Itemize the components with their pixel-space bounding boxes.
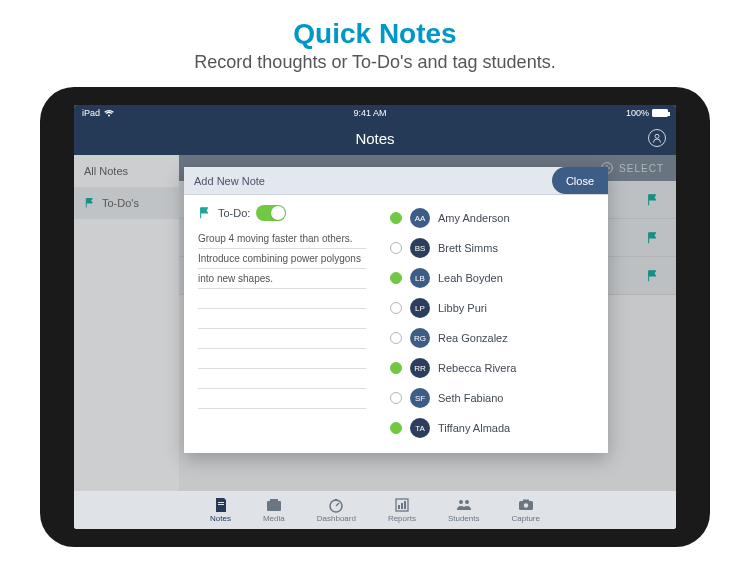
todo-toggle[interactable] (256, 205, 286, 221)
student-row[interactable]: LPLibby Puri (390, 293, 598, 323)
svg-rect-5 (270, 499, 278, 502)
avatar: AA (410, 208, 430, 228)
avatar: LB (410, 268, 430, 288)
selection-indicator[interactable] (390, 302, 402, 314)
close-button[interactable]: Close (552, 167, 608, 194)
status-bar: iPad 9:41 AM 100% (74, 105, 676, 121)
battery-icon (652, 109, 668, 117)
note-line (198, 349, 366, 369)
dashboard-icon (328, 497, 344, 513)
avatar: RR (410, 358, 430, 378)
tab-notes[interactable]: Notes (210, 497, 231, 523)
student-row[interactable]: TATiffany Almada (390, 413, 598, 443)
svg-rect-3 (218, 504, 224, 505)
tab-label: Reports (388, 514, 416, 523)
wifi-icon (104, 109, 114, 117)
status-device: iPad (82, 108, 100, 118)
student-name: Tiffany Almada (438, 422, 510, 434)
tab-bar: Notes Media Dashboard Reports Students C… (74, 491, 676, 529)
selection-indicator[interactable] (390, 422, 402, 434)
ipad-frame: iPad 9:41 AM 100% Notes All Notes (40, 87, 710, 547)
student-name: Seth Fabiano (438, 392, 503, 404)
student-row[interactable]: SFSeth Fabiano (390, 383, 598, 413)
tab-media[interactable]: Media (263, 497, 285, 523)
tab-label: Students (448, 514, 480, 523)
modal-header: Add New Note Close (184, 167, 608, 195)
svg-point-13 (465, 500, 469, 504)
promo-title: Quick Notes (0, 18, 750, 50)
note-line (198, 309, 366, 329)
note-line (198, 289, 366, 309)
tab-students[interactable]: Students (448, 497, 480, 523)
note-line (198, 369, 366, 389)
note-editor: To-Do: Group 4 moving faster than others… (184, 195, 380, 453)
note-line: Introduce combining power polygons (198, 249, 366, 269)
student-row[interactable]: BSBrett Simms (390, 233, 598, 263)
ipad-screen: iPad 9:41 AM 100% Notes All Notes (74, 105, 676, 529)
svg-rect-11 (404, 501, 406, 509)
student-row[interactable]: AAAmy Anderson (390, 203, 598, 233)
note-textarea[interactable]: Group 4 moving faster than others. Intro… (198, 229, 366, 409)
student-row[interactable]: LBLeah Boyden (390, 263, 598, 293)
nav-title: Notes (355, 130, 394, 147)
tab-label: Capture (511, 514, 539, 523)
student-name: Rea Gonzalez (438, 332, 508, 344)
modal-title: Add New Note (194, 175, 265, 187)
note-line (198, 389, 366, 409)
tab-capture[interactable]: Capture (511, 497, 539, 523)
selection-indicator[interactable] (390, 272, 402, 284)
students-icon (456, 497, 472, 513)
student-name: Libby Puri (438, 302, 487, 314)
student-list: AAAmy AndersonBSBrett SimmsLBLeah Boyden… (380, 195, 608, 453)
add-note-modal: Add New Note Close To-Do: Group 4 moving… (184, 167, 608, 453)
note-line: Group 4 moving faster than others. (198, 229, 366, 249)
note-line (198, 329, 366, 349)
svg-rect-2 (218, 502, 224, 503)
selection-indicator[interactable] (390, 362, 402, 374)
flag-icon (198, 206, 212, 220)
promo-subtitle: Record thoughts or To-Do's and tag stude… (0, 52, 750, 73)
svg-point-0 (655, 134, 659, 138)
nav-bar: Notes (74, 121, 676, 155)
student-name: Amy Anderson (438, 212, 510, 224)
student-name: Rebecca Rivera (438, 362, 516, 374)
svg-point-7 (335, 499, 337, 501)
avatar: TA (410, 418, 430, 438)
avatar: SF (410, 388, 430, 408)
student-row[interactable]: RRRebecca Rivera (390, 353, 598, 383)
tab-label: Notes (210, 514, 231, 523)
status-battery-pct: 100% (626, 108, 649, 118)
svg-point-16 (524, 503, 528, 507)
avatar: RG (410, 328, 430, 348)
tab-label: Media (263, 514, 285, 523)
svg-rect-4 (267, 501, 281, 511)
reports-icon (394, 497, 410, 513)
note-line: into new shapes. (198, 269, 366, 289)
student-row[interactable]: RGRea Gonzalez (390, 323, 598, 353)
selection-indicator[interactable] (390, 212, 402, 224)
svg-rect-15 (523, 500, 529, 503)
camera-icon (518, 497, 534, 513)
selection-indicator[interactable] (390, 332, 402, 344)
svg-rect-9 (398, 505, 400, 509)
student-name: Brett Simms (438, 242, 498, 254)
tab-label: Dashboard (317, 514, 356, 523)
avatar: BS (410, 238, 430, 258)
svg-rect-10 (401, 503, 403, 509)
selection-indicator[interactable] (390, 242, 402, 254)
avatar: LP (410, 298, 430, 318)
tab-dashboard[interactable]: Dashboard (317, 497, 356, 523)
status-time: 9:41 AM (114, 108, 626, 118)
notes-icon (213, 497, 229, 513)
svg-point-12 (459, 500, 463, 504)
selection-indicator[interactable] (390, 392, 402, 404)
tab-reports[interactable]: Reports (388, 497, 416, 523)
media-icon (266, 497, 282, 513)
student-name: Leah Boyden (438, 272, 503, 284)
user-profile-icon[interactable] (648, 129, 666, 147)
todo-label: To-Do: (218, 207, 250, 219)
